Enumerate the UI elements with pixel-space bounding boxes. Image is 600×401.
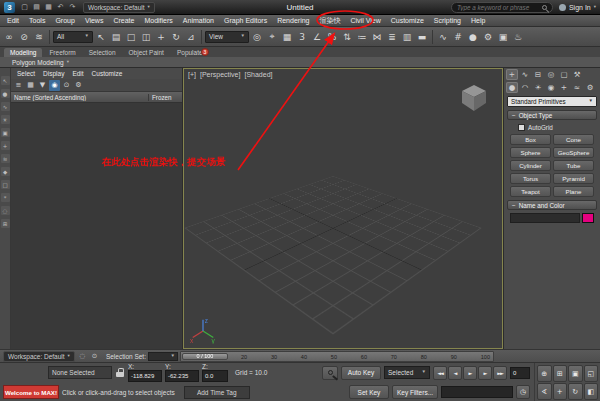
filter-helpers-icon[interactable]: + — [1, 141, 10, 150]
menu-civil-view[interactable]: Civil View — [345, 15, 385, 26]
filter-containers-icon[interactable]: □ — [1, 180, 10, 189]
se-settings-icon[interactable]: ⚙ — [73, 80, 84, 91]
new-scene-icon[interactable]: ▢ — [19, 2, 30, 13]
select-and-scale-icon[interactable]: ⊿ — [184, 29, 198, 45]
se-menu-edit[interactable]: Edit — [68, 70, 87, 77]
isolate-selection-icon[interactable]: ◌ — [77, 351, 88, 361]
name-and-color-rollout[interactable]: − Name and Color — [507, 200, 597, 210]
menu-scripting[interactable]: Scripting — [429, 15, 466, 26]
ribbon-tab-modeling[interactable]: Modeling — [4, 48, 42, 57]
maximize-viewport-icon[interactable]: ◧ — [584, 383, 599, 400]
filter-shapes-icon[interactable]: ∿ — [1, 102, 10, 111]
shapes-icon[interactable]: ◠ — [519, 82, 531, 93]
se-lock-icon[interactable]: ⊙ — [61, 80, 72, 91]
save-file-icon[interactable]: ▦ — [43, 2, 54, 13]
se-menu-customize[interactable]: Customize — [88, 70, 127, 77]
scene-explorer-list[interactable] — [11, 103, 182, 349]
column-header-frozen[interactable]: Frozen — [148, 94, 182, 101]
menu-rendering[interactable]: Rendering — [272, 15, 314, 26]
unlink-selection-icon[interactable]: ⊘ — [17, 29, 31, 45]
se-menu-select[interactable]: Select — [13, 70, 39, 77]
app-logo-icon[interactable]: 3 — [4, 2, 15, 13]
se-menu-display[interactable]: Display — [39, 70, 68, 77]
x-coordinate-field[interactable]: -118.829 — [128, 370, 162, 382]
column-header-name[interactable]: Name (Sorted Ascending) — [11, 94, 148, 101]
use-pivot-center-icon[interactable]: ◎ — [250, 29, 264, 45]
zoom-icon[interactable]: ⊕ — [537, 365, 552, 382]
spinner-snap-icon[interactable]: ⇅ — [340, 29, 354, 45]
space-warps-icon[interactable]: ≈ — [571, 82, 583, 93]
layer-manager-icon[interactable]: ▥ — [400, 29, 414, 45]
zoom-all-icon[interactable]: ⊞ — [553, 365, 568, 382]
schematic-view-icon[interactable]: # — [451, 29, 465, 45]
pyramid-button[interactable]: Pyramid — [553, 173, 594, 184]
angle-snap-icon[interactable]: ∠ — [310, 29, 324, 45]
filter-bones-icon[interactable]: ◆ — [1, 167, 10, 176]
utilities-tab-icon[interactable]: ⚒ — [571, 69, 583, 80]
selection-filter-dropdown[interactable]: All ▼ — [53, 31, 93, 43]
redo-icon[interactable]: ↷ — [67, 2, 78, 13]
rectangular-selection-icon[interactable]: □ — [124, 29, 138, 45]
orbit-icon[interactable]: ↻ — [568, 383, 583, 400]
cone-button[interactable]: Cone — [553, 134, 594, 145]
viewport-menu-pov[interactable]: [Perspective] — [200, 71, 240, 78]
plane-button[interactable]: Plane — [553, 186, 594, 197]
filter-geometry-icon[interactable]: ● — [1, 89, 10, 98]
display-tab-icon[interactable]: ▢ — [558, 69, 570, 80]
search-icon[interactable] — [542, 5, 547, 10]
sphere-button[interactable]: Sphere — [510, 147, 551, 158]
menu-customize[interactable]: Customize — [386, 15, 429, 26]
cameras-icon[interactable]: ◉ — [545, 82, 557, 93]
viewport-menu-general[interactable]: [+] — [188, 71, 196, 78]
filter-cameras-icon[interactable]: ▣ — [1, 128, 10, 137]
align-icon[interactable]: ≣ — [385, 29, 399, 45]
menu-create[interactable]: Create — [108, 15, 139, 26]
ribbon-badge-3[interactable]: 3 — [201, 48, 209, 56]
autogrid-checkbox[interactable] — [518, 124, 525, 131]
material-editor-icon[interactable]: ● — [466, 29, 480, 45]
menu-tools[interactable]: Tools — [24, 15, 50, 26]
keyboard-override-icon[interactable]: ▦ — [280, 29, 294, 45]
helpers-icon[interactable]: + — [558, 82, 570, 93]
y-coordinate-field[interactable]: -62.235 — [165, 370, 199, 382]
z-coordinate-field[interactable]: 0.0 — [202, 370, 228, 382]
add-time-tag[interactable]: Add Time Tag — [184, 386, 250, 399]
named-selection-sets-icon[interactable]: ≔ — [355, 29, 369, 45]
geosphere-button[interactable]: GeoSphere — [553, 147, 594, 158]
undo-icon[interactable]: ↶ — [55, 2, 66, 13]
filter-all-icon[interactable]: ↖ — [1, 76, 10, 85]
geometry-icon[interactable]: ● — [506, 82, 518, 93]
ribbon-tab-object-paint[interactable]: Object Paint — [123, 48, 170, 57]
pan-icon[interactable]: + — [553, 383, 568, 400]
ribbon-toggle-icon[interactable]: ▬ — [415, 29, 429, 45]
ribbon-tab-selection[interactable]: Selection — [83, 48, 122, 57]
se-sort-icon[interactable]: ≡ — [13, 80, 24, 91]
maxscript-mini-listener[interactable]: Welcome to MAX! — [3, 385, 59, 399]
snaps-toggle-icon[interactable]: 3 — [295, 29, 309, 45]
bind-to-space-warp-icon[interactable]: ≋ — [32, 29, 46, 45]
viewcube[interactable] — [458, 81, 490, 113]
fov-icon[interactable]: ∢ — [537, 383, 552, 400]
select-and-rotate-icon[interactable]: ↻ — [169, 29, 183, 45]
open-file-icon[interactable]: ▤ — [31, 2, 42, 13]
play-icon[interactable]: ► — [463, 366, 477, 380]
primitives-dropdown[interactable]: Standard Primitives ▼ — [507, 96, 597, 107]
selection-lock-icon[interactable]: ⊙ — [89, 351, 100, 361]
hierarchy-tab-icon[interactable]: ⊟ — [532, 69, 544, 80]
se-display-icon[interactable]: ▦ — [25, 80, 36, 91]
time-slider[interactable]: 0 / 100 — [182, 353, 228, 360]
curve-editor-icon[interactable]: ∿ — [436, 29, 450, 45]
select-object-icon[interactable]: ↖ — [94, 29, 108, 45]
percent-snap-icon[interactable]: % — [325, 29, 339, 45]
modify-tab-icon[interactable]: ∿ — [519, 69, 531, 80]
filter-space-warps-icon[interactable]: ≋ — [1, 154, 10, 163]
select-and-manipulate-icon[interactable]: ⌖ — [265, 29, 279, 45]
perspective-viewport[interactable]: [+] [Perspective] [Shaded] x y z — [183, 68, 503, 349]
se-select-children-icon[interactable]: ◉ — [49, 80, 60, 91]
menu-edit[interactable]: Edit — [2, 15, 24, 26]
create-tab-icon[interactable]: + — [506, 69, 518, 80]
select-and-link-icon[interactable]: ∞ — [2, 29, 16, 45]
object-name-input[interactable] — [510, 213, 580, 223]
previous-frame-icon[interactable]: ◄ — [448, 366, 462, 380]
torus-button[interactable]: Torus — [510, 173, 551, 184]
